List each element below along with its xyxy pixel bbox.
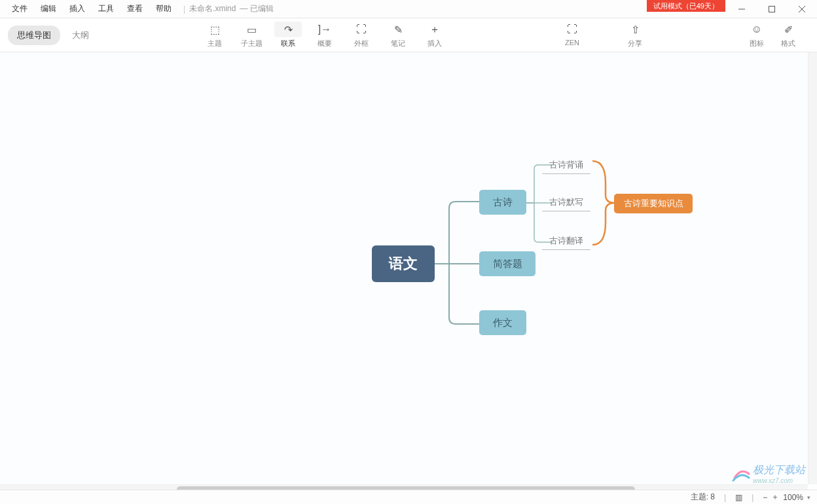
tool-icon-panel[interactable]: ☺ 图标: [741, 22, 772, 48]
node-branch-3[interactable]: 作文: [479, 310, 526, 335]
menu-bar: 文件 编辑 插入 工具 查看 帮助 | 未命名.xmind — 已编辑: [0, 1, 274, 17]
tool-format-panel[interactable]: ✐ 格式: [772, 22, 804, 48]
zen-icon: ⛶: [567, 24, 577, 35]
svg-rect-1: [769, 7, 775, 12]
node-branch-1[interactable]: 古诗: [479, 190, 526, 215]
relation-icon: ↷: [284, 24, 293, 36]
zoom-in-button[interactable]: ＋: [771, 492, 779, 503]
tab-outline[interactable]: 大纲: [63, 26, 98, 45]
node-root[interactable]: 语文: [372, 245, 435, 282]
menu-tools[interactable]: 工具: [92, 1, 120, 17]
tool-subtopic[interactable]: ▭ 子主题: [233, 22, 270, 48]
topic-count-label: 主题: 8: [691, 492, 715, 503]
node-leaf-3[interactable]: 古诗翻译: [542, 233, 590, 250]
menu-edit[interactable]: 编辑: [34, 1, 63, 17]
node-leaf-1[interactable]: 古诗背诵: [542, 157, 590, 174]
node-branch-2[interactable]: 简答题: [479, 251, 536, 276]
tool-zen[interactable]: ⛶ ZEN: [554, 22, 590, 48]
maximize-button[interactable]: [757, 0, 787, 18]
canvas[interactable]: 语文 古诗 简答题 作文 古诗背诵 古诗默写 古诗翻译 古诗重要知识点: [0, 52, 817, 484]
tool-summary[interactable]: ]→ 概要: [306, 22, 343, 48]
map-overview-icon[interactable]: ▥: [735, 493, 742, 502]
tool-note[interactable]: ✎ 笔记: [380, 22, 416, 48]
subtopic-icon: ▭: [247, 24, 257, 36]
summary-icon: ]→: [318, 24, 331, 35]
titlebar: 文件 编辑 插入 工具 查看 帮助 | 未命名.xmind — 已编辑 试用模式…: [0, 0, 817, 18]
menu-insert[interactable]: 插入: [63, 1, 92, 17]
note-icon: ✎: [394, 24, 403, 36]
tool-insert[interactable]: ＋ 插入: [416, 22, 453, 48]
boundary-icon: ⛶: [356, 24, 367, 35]
zoom-dropdown-icon[interactable]: ▾: [807, 494, 810, 501]
tool-relation[interactable]: ↷ 联系: [270, 22, 306, 48]
menu-file[interactable]: 文件: [5, 1, 34, 17]
separator: |: [183, 5, 185, 14]
node-leaf-2[interactable]: 古诗默写: [542, 194, 590, 211]
watermark-logo-icon: [732, 465, 750, 483]
zoom-out-button[interactable]: −: [763, 493, 767, 502]
tool-group-main: ⬚ 主题 ▭ 子主题 ↷ 联系 ]→ 概要 ⛶ 外框 ✎ 笔记 ＋ 插入: [196, 22, 453, 48]
close-button[interactable]: [787, 0, 817, 18]
tool-share[interactable]: ⇧ 分享: [617, 22, 653, 48]
topic-icon: ⬚: [210, 24, 220, 36]
tab-mindmap[interactable]: 思维导图: [8, 26, 60, 45]
share-icon: ⇧: [631, 24, 640, 36]
menu-view[interactable]: 查看: [120, 1, 149, 17]
brush-icon: ✐: [784, 24, 793, 36]
view-tabs: 思维导图 大纲: [8, 26, 98, 45]
minimize-button[interactable]: [727, 0, 757, 18]
watermark: 极光下载站 www.xz7.com: [732, 463, 805, 484]
insert-icon: ＋: [429, 23, 440, 37]
vertical-scrollbar[interactable]: [808, 52, 817, 484]
tool-boundary[interactable]: ⛶ 外框: [343, 22, 380, 48]
tool-topic[interactable]: ⬚ 主题: [196, 22, 233, 48]
file-name: 未命名.xmind: [189, 3, 236, 14]
file-status: — 已编辑: [240, 3, 273, 14]
node-summary[interactable]: 古诗重要知识点: [614, 194, 693, 213]
trial-badge[interactable]: 试用模式（已49天）: [647, 0, 725, 12]
statusbar: 主题: 8 | ▥ | − ＋ 100% ▾: [0, 490, 817, 504]
tool-group-right: ☺ 图标 ✐ 格式: [741, 22, 804, 48]
tool-group-zen: ⛶ ZEN ⇧ 分享: [554, 22, 653, 48]
smiley-icon: ☺: [752, 24, 762, 35]
menu-help[interactable]: 帮助: [149, 1, 178, 17]
toolbar: 思维导图 大纲 ⬚ 主题 ▭ 子主题 ↷ 联系 ]→ 概要 ⛶ 外框 ✎ 笔记 …: [0, 18, 817, 52]
zoom-level[interactable]: 100%: [783, 493, 803, 502]
window-controls: [727, 0, 817, 18]
